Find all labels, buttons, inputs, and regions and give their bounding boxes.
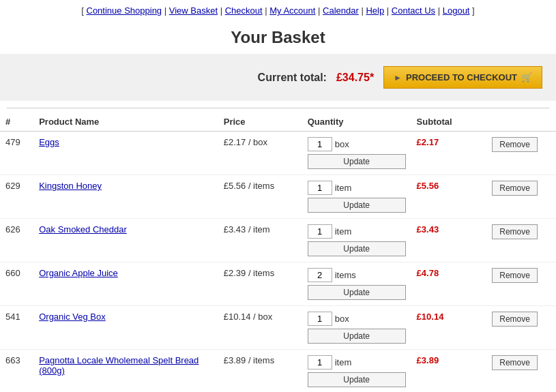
update-button[interactable]: Update	[308, 372, 406, 387]
current-total-bar: Current total: £34.75* ► PROCEED TO CHEC…	[0, 54, 556, 101]
product-name-cell: Pagnotta Locale Wholemeal Spelt Bread (8…	[33, 350, 218, 393]
product-price: £10.14 / box	[218, 306, 302, 350]
col-header-hash: #	[0, 112, 33, 132]
remove-button[interactable]: Remove	[492, 181, 538, 196]
page-title: Your Basket	[0, 18, 556, 54]
product-name-cell: Organic Apple Juice	[33, 262, 218, 306]
quantity-input[interactable]	[308, 224, 332, 239]
nav-bracket-open: [	[81, 5, 86, 16]
quantity-unit: item	[335, 226, 352, 237]
nav-logout[interactable]: Logout	[443, 5, 470, 16]
table-row: 541Organic Veg Box£10.14 / boxboxUpdate£…	[0, 306, 556, 350]
product-id: 663	[0, 350, 33, 393]
product-price: £3.89 / items	[218, 350, 302, 393]
table-row: 626Oak Smoked Cheddar£3.43 / itemitemUpd…	[0, 219, 556, 262]
update-button[interactable]: Update	[308, 285, 406, 300]
quantity-unit: item	[335, 357, 352, 367]
nav-checkout[interactable]: Checkout	[225, 5, 263, 16]
remove-cell: Remove	[486, 350, 556, 393]
col-header-price: Price	[218, 112, 302, 132]
remove-cell: Remove	[486, 132, 556, 175]
product-price: £2.17 / box	[218, 132, 302, 175]
proceed-to-checkout-button[interactable]: ► PROCEED TO CHECKOUT 🛒	[383, 66, 542, 89]
product-name-cell: Organic Veg Box	[33, 306, 218, 350]
remove-button[interactable]: Remove	[492, 137, 538, 152]
nav-continue-shopping[interactable]: Continue Shopping	[87, 5, 162, 16]
remove-button[interactable]: Remove	[492, 355, 538, 370]
nav-help[interactable]: Help	[366, 5, 384, 16]
checkout-button-label: PROCEED TO CHECKOUT	[406, 72, 517, 82]
nav-calendar[interactable]: Calendar	[323, 5, 359, 16]
remove-button[interactable]: Remove	[492, 312, 538, 327]
quantity-input[interactable]	[308, 355, 332, 370]
product-link[interactable]: Organic Veg Box	[39, 312, 106, 322]
product-id: 660	[0, 262, 33, 306]
remove-cell: Remove	[486, 219, 556, 262]
basket-table: # Product Name Price Quantity Subtotal 4…	[0, 112, 556, 392]
quantity-input[interactable]	[308, 312, 332, 326]
remove-cell: Remove	[486, 306, 556, 350]
nav-my-account[interactable]: My Account	[269, 5, 315, 16]
play-icon: ►	[394, 73, 402, 82]
product-id: 541	[0, 306, 33, 350]
product-id: 479	[0, 132, 33, 175]
quantity-input[interactable]	[308, 181, 332, 195]
product-link[interactable]: Eggs	[39, 137, 59, 147]
remove-button[interactable]: Remove	[492, 224, 538, 239]
nav-bracket-close: ]	[472, 5, 475, 16]
product-id: 629	[0, 175, 33, 219]
product-subtotal: £2.17	[411, 132, 487, 175]
quantity-unit: item	[335, 183, 352, 193]
table-row: 629Kingston Honey£5.56 / itemsitemUpdate…	[0, 175, 556, 219]
table-row: 663Pagnotta Locale Wholemeal Spelt Bread…	[0, 350, 556, 393]
update-button[interactable]: Update	[308, 198, 406, 213]
col-header-quantity: Quantity	[302, 112, 411, 132]
product-link[interactable]: Organic Apple Juice	[39, 268, 118, 278]
remove-cell: Remove	[486, 175, 556, 219]
product-link[interactable]: Kingston Honey	[39, 181, 102, 191]
product-price: £2.39 / items	[218, 262, 302, 306]
product-subtotal: £10.14	[411, 306, 487, 350]
col-header-action	[486, 112, 556, 132]
col-header-name: Product Name	[33, 112, 218, 132]
quantity-unit: box	[335, 314, 349, 324]
update-button[interactable]: Update	[308, 241, 406, 256]
product-price: £3.43 / item	[218, 219, 302, 262]
current-total-label: Current total:	[258, 72, 327, 84]
quantity-unit: box	[335, 139, 349, 149]
remove-button[interactable]: Remove	[492, 268, 538, 283]
nav-contact-us[interactable]: Contact Us	[392, 5, 435, 16]
cart-icon: 🛒	[521, 72, 532, 82]
product-link[interactable]: Oak Smoked Cheddar	[39, 224, 127, 235]
nav-view-basket[interactable]: View Basket	[169, 5, 218, 16]
product-quantity-cell: itemsUpdate	[302, 262, 411, 306]
update-button[interactable]: Update	[308, 154, 406, 169]
divider	[7, 108, 549, 108]
table-row: 660Organic Apple Juice£2.39 / itemsitems…	[0, 262, 556, 306]
current-total-amount: £34.75*	[336, 72, 374, 84]
product-quantity-cell: itemUpdate	[302, 219, 411, 262]
product-quantity-cell: itemUpdate	[302, 350, 411, 393]
product-link[interactable]: Pagnotta Locale Wholemeal Spelt Bread (8…	[39, 355, 199, 376]
product-quantity-cell: itemUpdate	[302, 175, 411, 219]
product-name-cell: Kingston Honey	[33, 175, 218, 219]
product-price: £5.56 / items	[218, 175, 302, 219]
quantity-unit: items	[335, 270, 356, 280]
remove-cell: Remove	[486, 262, 556, 306]
top-navigation: [ Continue Shopping | View Basket | Chec…	[0, 0, 556, 18]
product-subtotal: £5.56	[411, 175, 487, 219]
product-quantity-cell: boxUpdate	[302, 132, 411, 175]
product-name-cell: Oak Smoked Cheddar	[33, 219, 218, 262]
quantity-input[interactable]	[308, 137, 332, 151]
product-subtotal: £4.78	[411, 262, 487, 306]
col-header-subtotal: Subtotal	[411, 112, 487, 132]
product-subtotal: £3.43	[411, 219, 487, 262]
product-name-cell: Eggs	[33, 132, 218, 175]
table-row: 479Eggs£2.17 / boxboxUpdate£2.17Remove	[0, 132, 556, 175]
quantity-input[interactable]	[308, 268, 332, 282]
product-subtotal: £3.89	[411, 350, 487, 393]
update-button[interactable]: Update	[308, 329, 406, 344]
product-id: 626	[0, 219, 33, 262]
product-quantity-cell: boxUpdate	[302, 306, 411, 350]
